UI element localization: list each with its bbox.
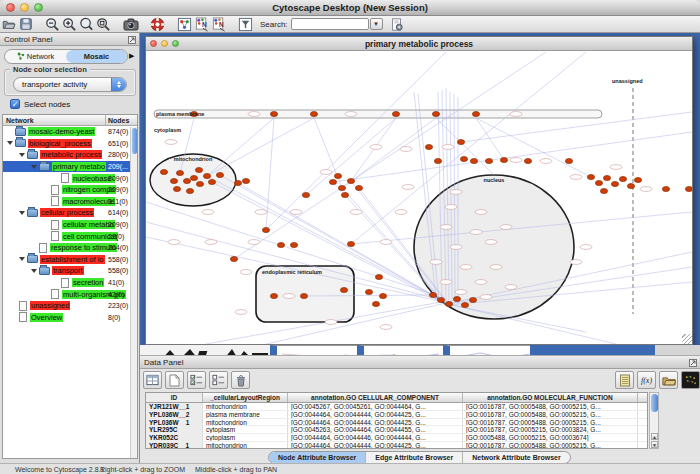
graph-node[interactable] xyxy=(270,293,277,298)
window-titlebar[interactable]: Cytoscape Desktop (New Session) xyxy=(0,0,700,16)
select-nodes-checkbox[interactable]: ✓ xyxy=(10,99,20,109)
tree-column-nodes[interactable]: Nodes xyxy=(106,115,137,125)
table-row[interactable]: YLR295Ccytoplasm[GO:0045263, GO:0044464,… xyxy=(146,426,647,434)
zoom-out-icon[interactable] xyxy=(44,16,61,32)
tree-row[interactable]: cell communicat22(0) xyxy=(3,230,137,242)
tree-row[interactable]: cellular metabo209(0) xyxy=(3,219,137,231)
tab-network[interactable]: Network xyxy=(5,50,66,63)
vizmapper-icon[interactable]: N xyxy=(193,16,210,32)
unselect-attributes-icon[interactable] xyxy=(209,371,228,389)
graph-node[interactable] xyxy=(469,297,476,302)
graph-node[interactable] xyxy=(196,181,203,186)
graph-node[interactable] xyxy=(685,186,692,191)
filter-icon[interactable] xyxy=(237,16,254,32)
graph-node[interactable] xyxy=(170,178,177,183)
table-row[interactable]: YPL036W__1mitochondrion[GO:0044464, GO:0… xyxy=(146,419,647,427)
table-row[interactable]: YPL036W__2plasma membrane[GO:0044464, GO… xyxy=(146,411,647,419)
graph-node[interactable] xyxy=(603,175,610,180)
tree-row[interactable]: multi-organism pro42(0) xyxy=(3,288,137,300)
graph-node[interactable] xyxy=(472,111,479,116)
column-id[interactable]: ID xyxy=(146,393,203,402)
tree-row[interactable]: nitrogen compo209(0) xyxy=(3,184,137,196)
graph-node[interactable] xyxy=(627,183,634,188)
graph-node[interactable] xyxy=(565,158,572,163)
graph-node[interactable] xyxy=(434,158,441,163)
zoom-fit-icon[interactable] xyxy=(78,16,95,32)
graph-node[interactable] xyxy=(461,302,468,307)
open-icon[interactable] xyxy=(0,16,17,32)
network-canvas[interactable]: plasma membranecytoplasmmitochondrionnuc… xyxy=(146,52,692,344)
graph-node[interactable] xyxy=(432,111,439,116)
graph-node[interactable] xyxy=(355,185,362,190)
graph-node[interactable] xyxy=(203,173,210,178)
float-panel-icon[interactable] xyxy=(128,35,136,48)
table-row[interactable]: YDR039C__1mitochondrion[GO:0044464, GO:0… xyxy=(146,442,647,449)
graph-node[interactable] xyxy=(425,144,432,149)
search-dropdown-button[interactable]: ▼ xyxy=(370,18,383,30)
search-input[interactable] xyxy=(291,18,369,30)
graph-node[interactable] xyxy=(611,181,618,186)
graph-node[interactable] xyxy=(470,158,477,163)
delete-attribute-icon[interactable] xyxy=(231,371,250,389)
graph-node[interactable] xyxy=(195,167,202,172)
graph-node[interactable] xyxy=(208,179,215,184)
vizmapper-alt-icon[interactable]: N xyxy=(210,16,227,32)
graph-node[interactable] xyxy=(334,173,341,178)
attribute-list-icon[interactable] xyxy=(615,371,634,389)
zoom-selected-icon[interactable] xyxy=(95,16,112,32)
expander-icon[interactable] xyxy=(31,269,37,273)
expander-icon[interactable] xyxy=(19,257,25,261)
graph-node[interactable] xyxy=(619,176,626,181)
column-go-cellular-component[interactable]: annotation.GO CELLULAR_COMPONENT xyxy=(288,393,463,402)
network-overview-icon[interactable] xyxy=(176,16,193,32)
graph-node[interactable] xyxy=(587,174,594,179)
select-attributes-icon[interactable] xyxy=(187,371,206,389)
graph-node[interactable] xyxy=(347,178,354,183)
node-color-dropdown[interactable]: transporter activity xyxy=(13,77,127,92)
graph-node[interactable] xyxy=(379,293,386,298)
graph-node[interactable] xyxy=(230,256,237,261)
graph-node[interactable] xyxy=(634,177,641,182)
graph-node[interactable] xyxy=(365,289,372,294)
tab-edge-attribute-browser[interactable]: Edge Attribute Browser xyxy=(366,452,463,463)
graph-node[interactable] xyxy=(183,178,190,183)
graph-node[interactable] xyxy=(300,293,307,298)
graph-node[interactable] xyxy=(338,185,345,190)
tree-row[interactable]: transport558(0) xyxy=(3,265,137,277)
table-scrollbar-thumb[interactable] xyxy=(651,394,658,412)
graph-node[interactable] xyxy=(270,111,277,116)
graph-node[interactable] xyxy=(372,301,379,306)
tab-node-attribute-browser[interactable]: Node Attribute Browser xyxy=(269,452,366,463)
scroll-up-icon[interactable]: ▲ xyxy=(651,433,658,440)
graph-node[interactable] xyxy=(329,179,336,184)
graph-node[interactable] xyxy=(234,180,241,185)
column-cellular-layout-region[interactable]: _cellularLayoutRegion xyxy=(203,393,288,402)
tree-row[interactable]: secretion41(0) xyxy=(3,277,137,289)
graph-node[interactable] xyxy=(392,111,399,116)
tree-row[interactable]: primary metabo209(... xyxy=(3,161,137,173)
column-go-molecular-function[interactable]: annotation.GO MOLECULAR_FUNCTION xyxy=(463,393,638,402)
expander-icon[interactable] xyxy=(19,153,25,157)
tree-row[interactable]: Overview8(0) xyxy=(3,312,137,324)
graph-node[interactable] xyxy=(160,169,167,174)
search-config-icon[interactable] xyxy=(389,16,406,32)
graph-node[interactable] xyxy=(242,178,249,183)
graph-node[interactable] xyxy=(445,301,452,306)
graph-node[interactable] xyxy=(216,172,223,177)
zoom-in-icon[interactable] xyxy=(61,16,78,32)
tree-row[interactable]: cellular process614(0) xyxy=(3,207,137,219)
attribute-batch-icon[interactable] xyxy=(681,371,700,389)
graph-node[interactable] xyxy=(176,170,183,175)
tree-scrollbar-thumb[interactable] xyxy=(132,128,137,154)
tree-row[interactable]: metabolic process280(0) xyxy=(3,149,137,161)
graph-node[interactable] xyxy=(453,296,460,301)
tree-scrollbar[interactable] xyxy=(130,127,137,458)
expander-icon[interactable] xyxy=(31,165,37,169)
graph-node[interactable] xyxy=(457,139,464,144)
graph-node[interactable] xyxy=(662,186,669,191)
graph-node[interactable] xyxy=(341,192,348,197)
tree-row[interactable]: establishment of lo558(0) xyxy=(3,254,137,266)
graph-node[interactable] xyxy=(173,186,180,191)
graph-node[interactable] xyxy=(524,158,531,163)
tab-overflow-button[interactable]: ▶ xyxy=(129,52,134,60)
